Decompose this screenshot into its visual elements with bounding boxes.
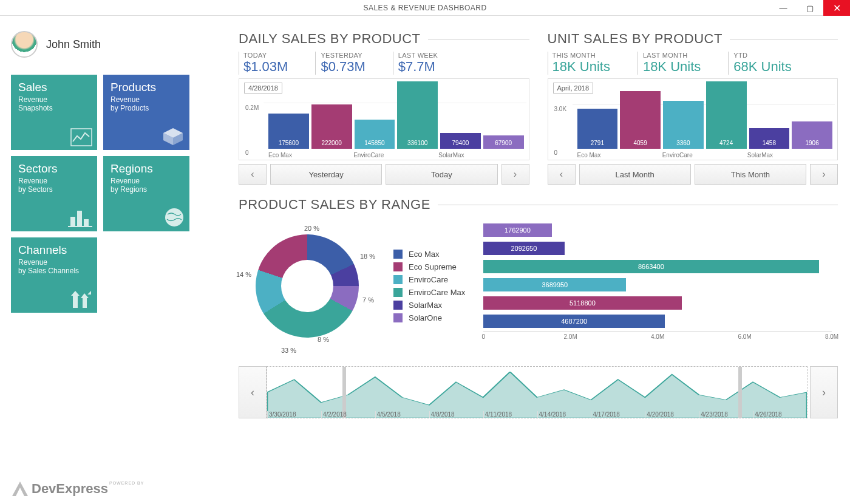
x-tick: 6.0M — [738, 333, 751, 340]
minimize-button[interactable]: — — [770, 0, 797, 16]
x-tick: 0 — [481, 333, 485, 340]
tile-title: Channels — [18, 243, 90, 257]
range-handle-right[interactable] — [738, 367, 742, 418]
range-body[interactable]: 3/30/20184/2/20184/5/20184/8/20184/11/20… — [267, 366, 807, 418]
svg-rect-6 — [84, 219, 89, 226]
hbar: 3689950 — [483, 278, 626, 291]
timeline-date: 3/30/2018 — [267, 411, 321, 418]
legend-item[interactable]: EnviroCare — [393, 275, 465, 284]
bar: 222000 — [311, 104, 352, 149]
legend-label: Eco Supreme — [409, 262, 457, 271]
timeline-date: 4/20/2018 — [645, 411, 699, 418]
bar: 145850 — [355, 120, 395, 149]
range-handle-left[interactable] — [342, 367, 346, 418]
legend-item[interactable]: SolarMax — [393, 301, 465, 310]
legend-item[interactable]: EnviroCare Max — [393, 288, 465, 297]
chart-line-icon — [70, 128, 92, 146]
window-buttons: — ▢ ✕ — [770, 0, 850, 16]
legend-swatch — [393, 250, 403, 259]
today-button[interactable]: Today — [386, 164, 497, 185]
x-label: Eco Max — [268, 152, 353, 158]
timeline-date: 4/23/2018 — [699, 411, 753, 418]
brand-text: DevExpress — [32, 481, 108, 497]
donut-label: 7 % — [362, 296, 374, 304]
timeline-date: 4/14/2018 — [537, 411, 591, 418]
y-tick: 0.2M — [245, 104, 259, 111]
devexpress-icon — [12, 482, 28, 496]
legend-label: SolarOne — [409, 313, 442, 322]
bar: 4059 — [620, 91, 661, 149]
bar: 1458 — [749, 128, 790, 149]
stat-value: $7.7M — [398, 59, 438, 75]
legend-label: SolarMax — [409, 301, 442, 310]
tile-sub: by Products — [110, 104, 182, 112]
unit-sales-panel: UNIT SALES BY PRODUCT THIS MONTH18K Unit… — [548, 31, 838, 185]
legend-swatch — [393, 301, 403, 310]
legend-swatch — [393, 288, 403, 297]
hbar-row: 5118800 — [483, 295, 832, 311]
donut-label: 20 % — [304, 225, 319, 232]
tile-sub: by Sectors — [18, 185, 90, 194]
yesterday-button[interactable]: Yesterday — [270, 164, 382, 185]
next-button[interactable]: › — [501, 164, 529, 185]
svg-point-8 — [165, 208, 183, 226]
legend-item[interactable]: Eco Supreme — [393, 262, 465, 271]
prev-button[interactable]: ‹ — [548, 164, 576, 185]
tile-sub: by Sales Channels — [18, 267, 90, 275]
svg-rect-11 — [83, 298, 87, 308]
tile-sectors[interactable]: Sectors Revenue by Sectors — [11, 156, 97, 231]
window-title: SALES & REVENUE DASHBOARD — [0, 4, 850, 12]
date-chip: 4/28/2018 — [244, 83, 282, 94]
tile-regions[interactable]: Regions Revenue by Regions — [103, 156, 189, 231]
tile-sub: Revenue — [18, 177, 90, 185]
donut-label: 14 % — [236, 271, 251, 278]
hbar-chart: 1762900209265086634003689950511880046872… — [483, 222, 838, 350]
legend-swatch — [393, 275, 403, 284]
close-button[interactable]: ✕ — [823, 0, 850, 16]
y-tick: 0 — [554, 149, 558, 156]
tile-products[interactable]: Products Revenue by Products — [103, 75, 189, 150]
tile-title: Sectors — [18, 162, 90, 175]
next-button[interactable]: › — [810, 164, 838, 185]
svg-marker-13 — [87, 291, 91, 295]
timeline-date: 4/17/2018 — [591, 411, 645, 418]
donut-label: 18 % — [360, 253, 375, 260]
range-next-button[interactable]: › — [810, 366, 838, 418]
tile-sub: Revenue — [18, 95, 90, 104]
daily-sales-panel: DAILY SALES BY PRODUCT TODAY$1.03M YESTE… — [239, 31, 529, 185]
maximize-button[interactable]: ▢ — [797, 0, 823, 16]
hbar-row: 2092650 — [483, 240, 832, 256]
hbar-row: 8663400 — [483, 259, 832, 274]
donut-label: 8 % — [318, 336, 329, 343]
hbar-row: 4687200 — [483, 313, 832, 329]
legend-swatch — [393, 262, 403, 271]
bar: 4724 — [706, 81, 747, 149]
legend-item[interactable]: SolarOne — [393, 313, 465, 322]
stat-value: 68K Units — [733, 59, 791, 75]
last-month-button[interactable]: Last Month — [579, 164, 691, 185]
section-title: UNIT SALES BY PRODUCT — [548, 31, 838, 47]
hbar: 8663400 — [483, 260, 818, 273]
svg-rect-9 — [73, 296, 78, 308]
timeline-date: 4/26/2018 — [753, 411, 807, 418]
hbar-row: 1762900 — [483, 222, 832, 238]
timeline-date: 4/11/2018 — [483, 411, 537, 418]
hbar: 4687200 — [483, 315, 665, 328]
donut-chart: 20 % 18 % 7 % 8 % 33 % 14 % — [239, 217, 375, 354]
tile-sub: by Regions — [110, 185, 182, 194]
legend-item[interactable]: Eco Max — [393, 250, 465, 259]
range-selector[interactable]: ‹ 3/30/20184/2/20184/5/20184/8/20184/11/… — [239, 366, 838, 418]
globe-icon — [164, 207, 185, 228]
x-tick: 2.0M — [564, 333, 577, 340]
arrows-up-icon — [69, 288, 92, 309]
prev-button[interactable]: ‹ — [239, 164, 267, 185]
this-month-button[interactable]: This Month — [695, 164, 806, 185]
avatar — [11, 31, 38, 58]
tile-channels[interactable]: Channels Revenue by Sales Channels — [11, 237, 97, 313]
bar: 2791 — [577, 109, 618, 149]
legend-label: EnviroCare Max — [409, 288, 465, 297]
stat-label: THIS MONTH — [552, 52, 610, 59]
tile-sales[interactable]: Sales Revenue Snapshots — [11, 75, 97, 150]
stat-label: YESTERDAY — [321, 52, 365, 59]
range-prev-button[interactable]: ‹ — [239, 366, 267, 418]
